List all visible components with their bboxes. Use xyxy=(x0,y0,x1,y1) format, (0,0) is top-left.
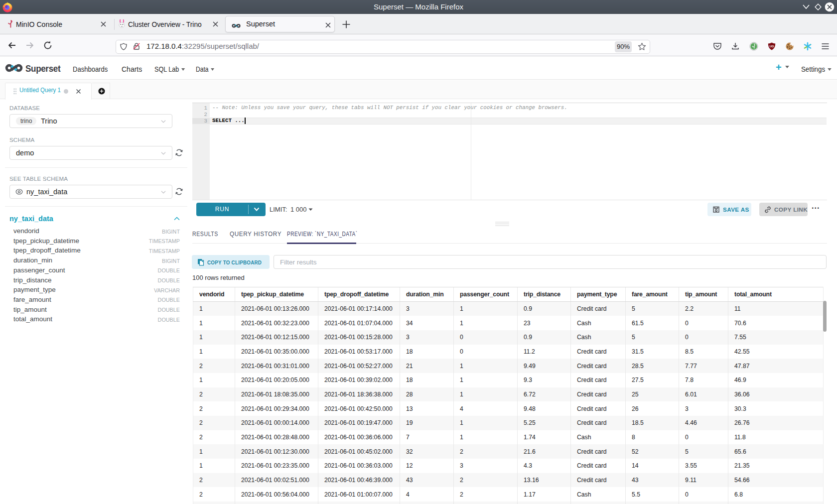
svg-text:UO: UO xyxy=(770,45,774,48)
